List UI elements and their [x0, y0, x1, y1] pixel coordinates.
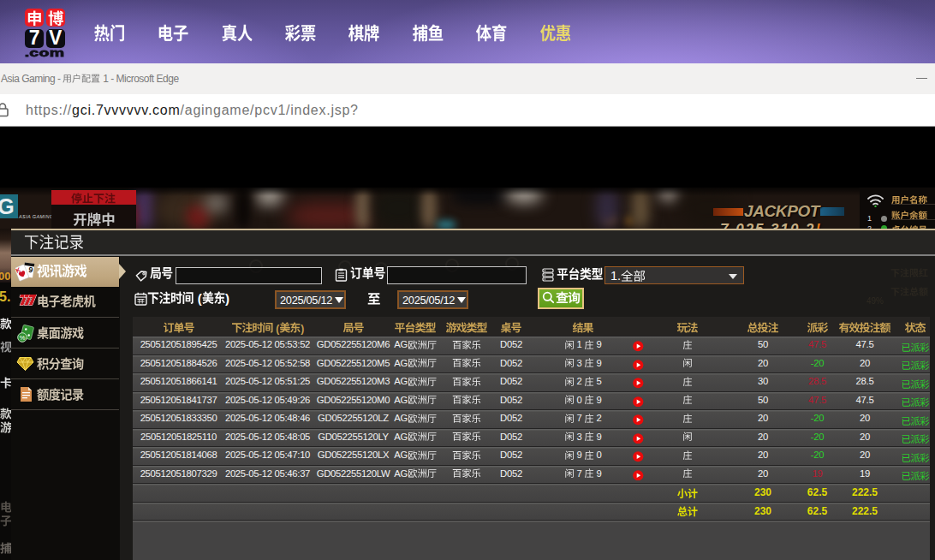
svg-text:%: % — [20, 334, 26, 342]
